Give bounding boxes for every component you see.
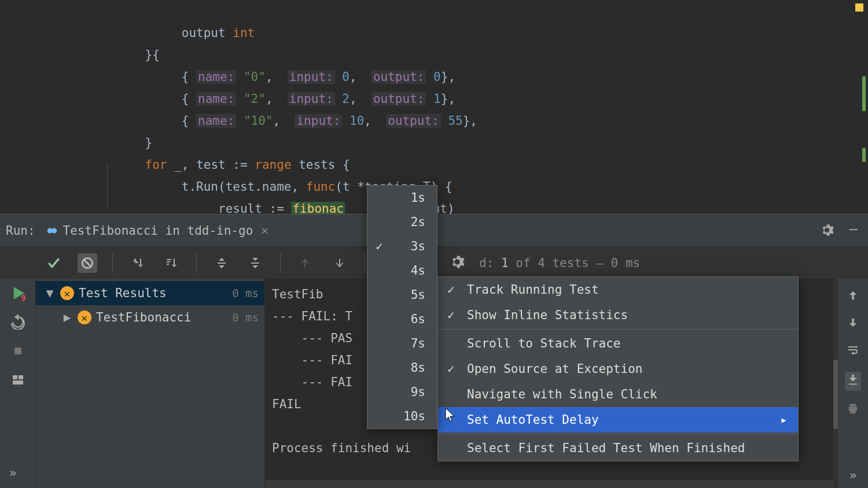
code-token: "2" xyxy=(244,92,266,106)
toggle-autotest-button[interactable]: 9 xyxy=(9,284,27,302)
delay-option[interactable]: 6s xyxy=(367,307,437,331)
status-failed-icon: ✕ xyxy=(78,310,91,324)
code-token: name: xyxy=(196,114,236,128)
next-failed-button[interactable] xyxy=(329,253,349,273)
vertical-scrollbar[interactable] xyxy=(833,279,838,488)
scroll-up-icon[interactable] xyxy=(847,289,859,305)
delay-option[interactable]: 8s xyxy=(367,356,437,380)
code-token: output: xyxy=(372,92,426,106)
delay-option[interactable]: 1s xyxy=(367,186,437,210)
console-line: --- FAIL: T xyxy=(272,309,352,323)
expand-all-button[interactable] xyxy=(212,253,231,273)
sort-alpha-button[interactable] xyxy=(128,253,148,273)
separator xyxy=(196,253,197,273)
menu-item-label: Show Inline Statistics xyxy=(467,308,628,322)
autotest-delay-submenu[interactable]: 1s2s3s4s5s6s7s8s9s10s xyxy=(367,185,437,429)
scroll-to-end-icon[interactable] xyxy=(845,372,861,391)
menu-separator xyxy=(438,434,798,434)
console-line: FAIL xyxy=(272,397,301,411)
menu-scroll-stack-trace[interactable]: Scroll to Stack Trace xyxy=(438,331,798,356)
tree-child-duration: 0 ms xyxy=(232,311,259,324)
code-token: output: xyxy=(386,114,441,128)
menu-select-first-failed[interactable]: Select First Failed Test When Finished xyxy=(438,435,798,461)
rerun-button[interactable] xyxy=(9,313,27,331)
run-sidebar: 9 xyxy=(0,246,36,488)
svg-rect-5 xyxy=(13,380,23,385)
delay-option[interactable]: 3s xyxy=(367,234,437,258)
soft-wrap-icon[interactable] xyxy=(846,343,860,360)
code-token: for xyxy=(145,158,167,172)
delay-option[interactable]: 4s xyxy=(367,258,437,283)
code-token: output: xyxy=(372,70,426,84)
tree-root-row[interactable]: ▼ ✕ Test Results 0 ms xyxy=(36,281,264,305)
summary-failed-count: 1 xyxy=(501,256,509,270)
layout-button[interactable] xyxy=(9,371,27,389)
delay-option[interactable]: 9s xyxy=(367,380,437,404)
menu-open-source[interactable]: Open Source at Exception xyxy=(438,356,798,382)
expand-right-icon[interactable]: » xyxy=(849,468,857,482)
chevron-down-icon[interactable]: ▼ xyxy=(44,286,56,300)
code-token: 0 xyxy=(342,70,350,84)
horizontal-scrollbar[interactable] xyxy=(265,480,833,488)
summary-label: d: xyxy=(479,256,501,270)
hide-panel-icon[interactable]: — xyxy=(849,226,858,232)
run-config-name: TestFibonacci in tdd-in-go xyxy=(63,224,253,238)
run-label: Run: xyxy=(6,224,35,238)
menu-item-label: Open Source at Exception xyxy=(467,362,642,376)
scrollbar-thumb[interactable] xyxy=(833,360,838,429)
prev-failed-button[interactable] xyxy=(296,253,315,273)
menu-set-autotest-delay[interactable]: Set AutoTest Delay▸ xyxy=(438,407,798,432)
tree-child-label: TestFibonacci xyxy=(96,310,191,324)
console-line: TestFib xyxy=(272,287,323,301)
indent-guide xyxy=(107,163,108,209)
code-token: test xyxy=(196,158,226,172)
menu-item-label: Set AutoTest Delay xyxy=(467,413,599,427)
test-settings-gear-icon[interactable] xyxy=(449,254,465,273)
code-token: t.Run(test.name, xyxy=(182,180,306,194)
code-token: 2 xyxy=(342,92,350,106)
separator xyxy=(364,253,365,273)
stop-button[interactable] xyxy=(9,342,27,360)
tree-root-duration: 0 ms xyxy=(232,287,259,300)
svg-rect-3 xyxy=(13,375,17,379)
expand-left-icon[interactable]: » xyxy=(9,466,17,480)
code-token: name: xyxy=(196,70,236,84)
code-token: func xyxy=(306,180,336,194)
code-token: 1 xyxy=(433,92,441,106)
tree-child-row[interactable]: ▶ ✕ TestFibonacci 0 ms xyxy=(36,305,264,330)
delay-option[interactable]: 5s xyxy=(367,283,437,307)
menu-item-label: Track Running Test xyxy=(467,283,599,297)
menu-item-label: Select First Failed Test When Finished xyxy=(467,441,745,455)
code-token: name: xyxy=(196,92,236,106)
gear-icon[interactable] xyxy=(819,223,834,241)
menu-navigate-single-click[interactable]: Navigate with Single Click xyxy=(438,382,798,407)
sort-duration-button[interactable] xyxy=(161,253,181,273)
status-failed-icon: ✕ xyxy=(60,286,74,300)
go-file-icon xyxy=(46,224,58,237)
collapse-all-button[interactable] xyxy=(245,253,265,273)
scroll-down-icon[interactable] xyxy=(847,316,859,332)
console-line: Process finished wi xyxy=(272,441,411,455)
delay-option[interactable]: 7s xyxy=(367,331,437,356)
test-settings-menu[interactable]: Track Running Test Show Inline Statistic… xyxy=(437,276,799,461)
code-editor[interactable]: output int }{ { name: "0", input: 0, out… xyxy=(0,0,868,214)
submenu-arrow-icon: ▸ xyxy=(780,413,788,427)
show-ignored-toggle[interactable] xyxy=(78,253,97,273)
print-icon[interactable] xyxy=(847,402,859,418)
show-passed-toggle[interactable] xyxy=(44,253,64,273)
code-token: 0 xyxy=(433,70,441,84)
svg-rect-2 xyxy=(14,347,21,354)
chevron-right-icon[interactable]: ▶ xyxy=(61,310,73,324)
console-line: --- PAS xyxy=(272,331,352,345)
code-token: 10 xyxy=(350,114,364,128)
summary-rest: of 4 tests – 0 ms xyxy=(509,256,641,270)
menu-show-inline-stats[interactable]: Show Inline Statistics xyxy=(438,302,798,328)
menu-track-running[interactable]: Track Running Test xyxy=(438,277,798,302)
code-token: input: xyxy=(288,70,335,84)
close-tab-icon[interactable]: × xyxy=(261,224,269,238)
test-tree[interactable]: ▼ ✕ Test Results 0 ms ▶ ✕ TestFibonacci … xyxy=(36,279,265,488)
code-token: input: xyxy=(295,114,342,128)
code-token: range xyxy=(255,158,291,172)
delay-option[interactable]: 2s xyxy=(367,210,437,234)
delay-option[interactable]: 10s xyxy=(367,404,437,428)
